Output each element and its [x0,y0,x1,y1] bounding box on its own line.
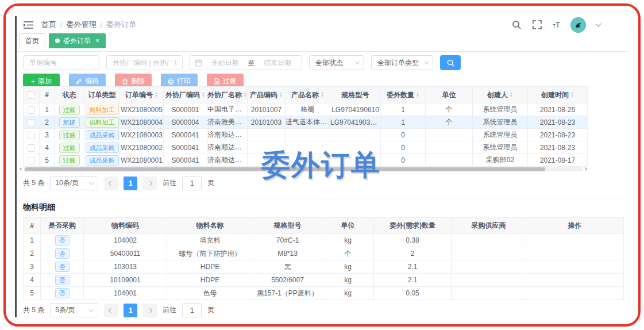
prev-page-button[interactable] [104,176,118,190]
chevron-down-icon [424,59,429,64]
topbar: 首页 / 委外管理 / 委外订单 тT [23,16,600,33]
purchased-badge: 否 [55,262,70,272]
tab-label: 委外订单 [63,36,91,46]
col-purchased: 是否采购 [41,218,84,234]
list-item[interactable]: 5 否 104001 色母 黑157-1（PP废料） kg 0.05 [24,287,624,300]
tags-view: 首页 委外订单 × [19,33,106,48]
page-size-select[interactable]: 5条/页 [50,303,98,317]
goto-label: 前往 [163,305,176,315]
col-demand-qty: 委外(需求)数量 [374,218,452,234]
col-material-name: 物料名称 [167,218,253,234]
col-supplier-code[interactable]: 外协厂编码▲▼ [164,87,207,103]
date-range-picker[interactable]: 开始日期 至 结束日期 [190,55,302,70]
row-checkbox[interactable] [28,132,35,139]
materials-pagination: 共 5 条 5条/页 1 前往 页 [23,303,214,317]
table-row[interactable]: 1 过账 购料加工 WX21080005 S000001 中国电子物资山... … [24,103,588,116]
page-unit-label: 页 [207,178,214,188]
supplier-search-input[interactable] [106,55,183,70]
col-creator[interactable]: 创建人▲▼ [473,87,528,103]
search-button[interactable] [440,55,461,70]
outsourcing-orders-page: 首页 / 委外管理 / 委外订单 тT [0,0,644,330]
purchased-badge: 否 [55,275,70,285]
row-checkbox[interactable] [28,157,35,164]
select-all-header [24,87,40,103]
order-type-badge: 供料加工 [86,117,119,128]
col-material-code: 物料编码 [84,218,167,234]
col-supplier-name[interactable]: 外协厂名称▲▼ [207,87,248,103]
col-purchase-supplier: 采购供应商 [452,218,526,234]
status-select[interactable]: 全部状态 [309,55,364,70]
purchased-badge: 否 [55,288,70,298]
list-item[interactable]: 2 否 50400011 螺母（前下防护用） M8*13 个 2 [24,247,624,260]
status-badge: 过账 [59,105,80,115]
trash-icon [122,78,128,85]
order-type-badge: 成品采购 [86,143,119,153]
current-page[interactable]: 1 [124,304,137,317]
page-unit-label: 页 [207,305,214,315]
close-icon[interactable]: × [95,37,99,45]
breadcrumb-home[interactable]: 首页 [41,20,56,30]
menu-fold-icon[interactable] [23,20,33,30]
next-page-button[interactable] [143,176,157,190]
sort-icon: ▲▼ [321,92,324,98]
order-type-select[interactable]: 全部订单类型 [371,55,433,70]
orders-header-row: # 状态 订单类型 订单编号▲▼ 外协厂编码▲▼ 外协厂名称▲▼ 产品编码▲▼ … [24,87,588,103]
status-badge: 新建 [59,117,80,128]
goto-page-input[interactable] [182,303,202,317]
table-row[interactable]: 2 新建 供料加工 WX21080004 S000004 济南雅美印刷厂 201… [24,116,588,129]
breadcrumb: 首页 / 委外管理 / 委外订单 [41,20,136,30]
col-actions: 操作 [526,218,624,234]
row-checkbox[interactable] [28,119,35,126]
list-item[interactable]: 4 否 10109001 HDPE 5502/6007 kg 2.1 [24,274,624,287]
order-type-select-value: 全部订单类型 [377,58,419,68]
page-size-select[interactable]: 10条/页 [50,176,98,190]
materials-header-row: # 是否采购 物料编码 物料名称 规格型号 单位 委外(需求)数量 采购供应商 … [24,218,624,234]
list-item[interactable]: 3 否 103013 HDPE 黑 kg 2.1 [24,260,624,274]
tab-home[interactable]: 首页 [19,33,45,48]
sort-icon: ▲▼ [244,92,247,98]
col-index: # [24,218,41,234]
order-type-badge: 成品采购 [86,155,119,166]
table-row[interactable]: 3 过账 成品采购 WX21080003 S000041 济南顺达塑业有... … [24,129,588,141]
goto-page-input[interactable] [182,176,202,190]
active-dot [55,39,60,43]
fullscreen-icon[interactable] [532,20,542,30]
chevron-down-icon[interactable] [596,21,601,27]
col-product-name[interactable]: 产品名称▲▼ [286,87,330,103]
search-icon[interactable] [511,20,522,30]
document-icon [214,78,220,85]
next-page-button[interactable] [143,304,157,317]
total-count: 共 5 条 [23,178,44,188]
list-item[interactable]: 1 否 104002 填充料 70#C-1 kg 0.38 [24,234,624,247]
col-order-no[interactable]: 订单编号▲▼ [120,87,164,103]
breadcrumb-outsourcing-mgmt[interactable]: 委外管理 [67,20,97,30]
prev-page-button[interactable] [104,304,118,317]
order-no-input[interactable] [23,55,99,70]
col-spec: 规格型号 [330,87,381,103]
avatar[interactable] [570,17,586,33]
col-unit: 单位 [322,218,374,234]
sort-icon: ▲▼ [155,92,158,98]
sort-icon: ▲▼ [570,92,574,98]
row-checkbox[interactable] [28,106,35,114]
row-checkbox[interactable] [28,144,35,152]
purchased-badge: 否 [55,235,70,245]
col-order-type: 订单类型 [84,87,120,103]
select-all-checkbox[interactable] [28,91,35,99]
sort-icon: ▲▼ [279,92,283,98]
breadcrumb-current: 委外订单 [106,20,136,30]
col-index: # [40,87,55,103]
col-created-at[interactable]: 创建时间▲▼ [528,87,588,103]
materials-section-title: 物料明细 [23,202,55,213]
font-size-icon[interactable]: тT [553,21,560,29]
pencil-icon [76,78,82,85]
start-date-placeholder[interactable]: 开始日期 [206,58,245,68]
current-page[interactable]: 1 [124,176,137,190]
scroll-right-icon[interactable] [583,167,588,171]
col-product-code[interactable]: 产品编码▲▼ [248,87,286,103]
tab-outsourcing-orders[interactable]: 委外订单 × [49,33,106,48]
end-date-placeholder[interactable]: 结束日期 [259,58,298,68]
col-qty[interactable]: 委外数量▲▼ [381,87,426,103]
scroll-left-icon[interactable] [19,167,24,171]
sort-icon: ▲▼ [510,92,513,98]
